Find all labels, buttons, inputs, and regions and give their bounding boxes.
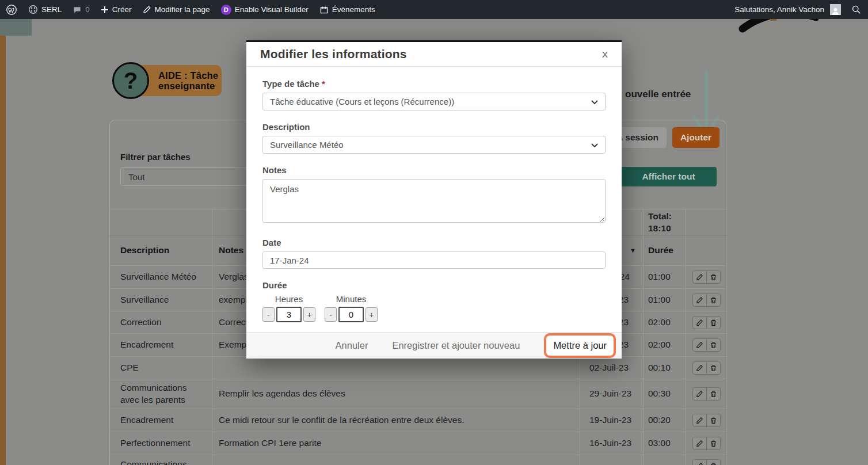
delete-button[interactable]	[706, 316, 721, 329]
cell-duration: 02:00	[644, 311, 686, 333]
aide-badge: AIDE : Tâche enseignante ?	[112, 62, 224, 102]
cell-description: Communications	[109, 455, 212, 465]
empty-cell	[686, 209, 726, 235]
modal-header: Modifier les informations X	[246, 42, 622, 67]
cell-actions	[686, 334, 726, 356]
description-label: Description	[262, 122, 606, 132]
cell-notes	[212, 455, 580, 465]
delete-button[interactable]	[706, 387, 721, 401]
delete-button[interactable]	[706, 437, 721, 450]
cell-description: Surveillance Météo	[109, 266, 212, 288]
page: AIDE : Tâche enseignante ? ouvelle entré…	[0, 0, 868, 465]
cell-actions	[686, 455, 726, 465]
required-asterisk: *	[322, 79, 325, 89]
table-row: Encadrement Ce midi retour sur le confli…	[109, 409, 726, 432]
minutes-minus-button[interactable]: -	[325, 307, 337, 322]
type-label-text: Type de tâche	[262, 79, 319, 89]
plus-icon	[101, 6, 109, 14]
divi-icon: D	[221, 5, 231, 15]
date-input[interactable]	[262, 251, 606, 269]
hours-group: Heures - +	[262, 294, 315, 322]
cell-notes: Ce midi retour sur le conflit de la récr…	[212, 409, 580, 432]
edit-button[interactable]	[692, 437, 707, 450]
add-button[interactable]: Ajouter	[672, 127, 719, 148]
empty-cell	[109, 209, 212, 235]
new-content-item[interactable]: Créer	[101, 5, 132, 14]
edit-button[interactable]	[692, 294, 707, 307]
header-actions	[686, 236, 726, 265]
total-value: 18:10	[648, 223, 672, 235]
cell-actions	[686, 432, 726, 455]
description-select[interactable]: Surveillance Météo	[262, 136, 606, 154]
edit-button[interactable]	[692, 270, 707, 284]
delete-button[interactable]	[706, 294, 721, 307]
header-description[interactable]: Description	[109, 236, 212, 265]
edit-button[interactable]	[692, 414, 707, 427]
cell-duration: 02:00	[644, 334, 686, 356]
minutes-label: Minutes	[336, 294, 367, 304]
cell-duration: 01:00	[644, 266, 686, 288]
events-item[interactable]: Évènements	[319, 5, 375, 14]
minutes-plus-button[interactable]: +	[366, 307, 378, 322]
filter-select-value: Tout	[128, 172, 144, 182]
table-row: Communications avec les parents Remplir …	[109, 379, 726, 409]
type-select-value: Tâche éducative (Cours et leçons (Récurr…	[270, 97, 454, 106]
aide-badge-line2: enseignante	[158, 81, 222, 91]
edit-button[interactable]	[692, 338, 707, 352]
question-mark-icon[interactable]: ?	[112, 62, 149, 99]
question-mark-glyph: ?	[124, 68, 138, 94]
delete-button[interactable]	[706, 414, 721, 427]
type-label: Type de tâche *	[262, 79, 606, 89]
edit-button[interactable]	[692, 316, 707, 329]
cell-date: 29-Juin-23	[580, 379, 644, 409]
chevron-down-icon	[591, 140, 598, 150]
duration-label: Durée	[262, 280, 606, 290]
edit-page-item[interactable]: Modifier la page	[143, 5, 210, 14]
edit-button[interactable]	[692, 387, 707, 401]
update-button[interactable]: Mettre à jour	[544, 333, 616, 358]
duration-steppers: Heures - + Minutes - +	[262, 294, 606, 322]
close-icon[interactable]: X	[602, 49, 608, 59]
greeting-text[interactable]: Salutations, Annik Vachon	[734, 5, 824, 14]
edit-button[interactable]	[692, 459, 707, 465]
cell-actions	[686, 266, 726, 288]
header-duration[interactable]: Durée	[644, 236, 686, 265]
edit-entry-modal: Modifier les informations X Type de tâch…	[246, 40, 622, 359]
hours-plus-button[interactable]: +	[303, 307, 315, 322]
hours-minus-button[interactable]: -	[262, 307, 275, 322]
delete-button[interactable]	[706, 338, 721, 352]
minutes-input[interactable]	[338, 307, 364, 322]
cell-duration: 00:20	[644, 409, 686, 432]
hours-input[interactable]	[276, 307, 302, 322]
edit-button[interactable]	[692, 361, 707, 375]
cancel-button[interactable]: Annuler	[336, 340, 368, 351]
cell-notes	[212, 357, 580, 379]
search-icon[interactable]	[851, 5, 861, 14]
cell-description: CPE	[109, 357, 212, 379]
delete-button[interactable]	[706, 270, 721, 284]
notes-textarea[interactable]: Verglas	[262, 179, 606, 223]
type-select[interactable]: Tâche éducative (Cours et leçons (Récurr…	[262, 93, 606, 110]
show-all-button[interactable]: Afficher tout	[620, 167, 717, 186]
site-name: SERL	[41, 5, 62, 14]
wordpress-logo-icon[interactable]	[6, 4, 17, 16]
cell-date: 19-Juin-23	[580, 409, 644, 432]
date-label: Date	[262, 238, 606, 247]
events-label: Évènements	[332, 5, 375, 14]
delete-button[interactable]	[706, 459, 721, 465]
description-select-value: Surveillance Météo	[270, 140, 344, 150]
my-sites-icon	[28, 5, 38, 14]
cell-date: 02-Juil-23	[580, 357, 644, 379]
cell-actions	[686, 357, 726, 379]
cell-actions	[686, 409, 726, 432]
delete-button[interactable]	[706, 361, 721, 375]
avatar[interactable]	[830, 4, 841, 15]
visual-builder-item[interactable]: D Enable Visual Builder	[221, 5, 309, 15]
save-and-add-new-button[interactable]: Enregistrer et ajouter nouveau	[392, 340, 520, 351]
comments-item[interactable]: 0	[73, 5, 90, 14]
cell-date: 16-Juin-23	[580, 432, 644, 455]
cell-duration: 00:30	[644, 379, 686, 409]
total-label: Total:	[648, 211, 672, 223]
create-label: Créer	[112, 5, 132, 14]
my-sites-item[interactable]: SERL	[28, 5, 62, 14]
